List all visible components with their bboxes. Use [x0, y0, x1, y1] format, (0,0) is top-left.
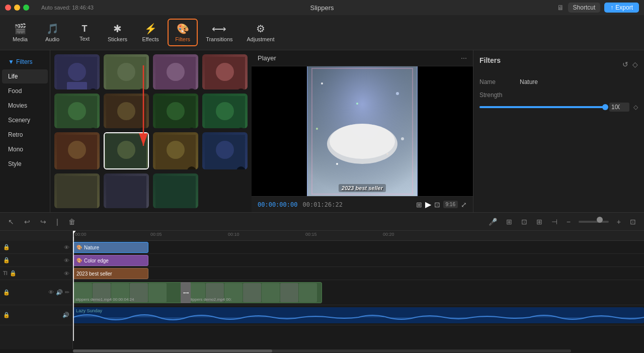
expand-icon[interactable]: ⤢ — [461, 201, 467, 209]
sidebar-filters-header[interactable]: ▼ Filters — [2, 55, 48, 69]
layout-icon[interactable]: ⊞ — [416, 201, 422, 209]
eye-icon-vid[interactable]: 👁 — [48, 289, 54, 296]
player-canvas: 2023 best seller — [252, 66, 473, 196]
toolbar-audio[interactable]: 🎵 Audio — [37, 20, 67, 45]
transition-marker[interactable]: ⟷ — [181, 282, 191, 303]
tl-zoom-in[interactable]: + — [614, 216, 624, 228]
maximize-button[interactable] — [23, 5, 29, 11]
svg-point-1 — [68, 63, 86, 81]
audio-clip[interactable]: Lazy Sunday — [73, 307, 644, 323]
filter-extra2[interactable] — [104, 173, 149, 209]
svg-point-34 — [401, 137, 404, 140]
reset-icon[interactable]: ↺ — [622, 60, 628, 68]
media-icon: 🎬 — [14, 23, 27, 35]
text-icon: T — [82, 24, 88, 34]
filter-grid: ↓ Shadow ↓ Milky Green ↓ Taro — [50, 50, 252, 212]
eye-icon-txt[interactable]: 👁 — [64, 271, 69, 277]
tl-fit[interactable]: ⊡ — [627, 216, 639, 228]
toolbar-filters[interactable]: 🎨 Filters — [168, 19, 198, 46]
shortcut-button[interactable]: Shortcut — [568, 3, 601, 13]
eye-icon-f2[interactable]: 👁 — [64, 257, 69, 263]
play-button[interactable]: ▶ — [425, 200, 431, 209]
filter-shadow[interactable]: ↓ Shadow — [54, 54, 100, 90]
close-button[interactable] — [5, 5, 11, 11]
delete-tool[interactable]: 🗑 — [65, 216, 78, 228]
toolbar-effects[interactable]: ⚡ Effects — [135, 20, 166, 45]
fullscreen-icon[interactable]: ⊡ — [434, 201, 440, 209]
filter-params-panel: Filters ↺ ◇ Name Nature Strength ◇ — [473, 50, 644, 212]
filter-autumn[interactable]: ↓ Autumn — [153, 132, 198, 169]
chevron-down-icon: ▼ — [8, 58, 14, 65]
select-tool[interactable]: ↖ — [5, 216, 17, 228]
filter-redtea[interactable]: ↓ Red Tea — [202, 54, 248, 90]
tl-tool3[interactable]: ⊞ — [533, 216, 545, 228]
sidebar-item-style[interactable]: Style — [2, 157, 48, 171]
adjustment-icon: ⚙ — [256, 23, 265, 35]
toolbar-transitions[interactable]: ⟷ Transitions — [200, 20, 238, 45]
filter-pine[interactable]: ↓ Pine — [202, 94, 248, 129]
minimize-button[interactable] — [14, 5, 20, 11]
filter-extra3[interactable] — [153, 173, 198, 209]
strength-input[interactable] — [609, 103, 629, 112]
current-time: 00:00:00:00 — [258, 201, 297, 208]
redo-tool[interactable]: ↪ — [37, 216, 49, 228]
strength-slider[interactable] — [479, 104, 605, 111]
filter-nature[interactable]: Nature — [104, 132, 149, 169]
autosaved-text: Auto saved: 18:46:43 — [41, 5, 94, 11]
timeline-main: 00:00 00:05 00:10 00:15 00:20 🎨 Nature — [73, 231, 644, 349]
audio-icon: 🎵 — [46, 23, 59, 35]
filter-cold[interactable]: ↓ Cold — [202, 132, 248, 169]
export-button[interactable]: ↑ Export — [604, 3, 639, 13]
sidebar-item-movies[interactable]: Movies — [2, 99, 48, 113]
filter-gingerbread[interactable]: Gingerbread — [54, 132, 100, 169]
clip-text[interactable]: 2023 best seller — [73, 268, 148, 279]
diamond-icon[interactable]: ◇ — [632, 60, 638, 68]
svg-point-4 — [117, 63, 135, 81]
audio-vid-icon[interactable]: 🔊 — [56, 289, 63, 296]
svg-point-22 — [167, 141, 185, 159]
sidebar-item-scenery[interactable]: Scenery — [2, 113, 48, 127]
traffic-lights — [5, 5, 29, 11]
sidebar-item-retro[interactable]: Retro — [2, 128, 48, 142]
toolbar-text[interactable]: T Text — [69, 21, 100, 45]
clip-color-edge[interactable]: 🎨 Color edge — [73, 255, 148, 266]
player-panel: Player ⋯ — [252, 50, 473, 212]
filter-strength-row: Strength ◇ — [479, 92, 638, 112]
tl-tool1[interactable]: ⊞ — [503, 216, 515, 228]
filter-extra1[interactable] — [54, 173, 100, 209]
strength-diamond-icon[interactable]: ◇ — [633, 104, 638, 111]
toolbar-stickers[interactable]: ✱ Stickers — [102, 20, 133, 45]
filter-mistletoe[interactable]: ↓ Mistletoe — [54, 94, 100, 129]
brush-icon[interactable]: ✏ — [65, 289, 69, 296]
filter-jinglebells[interactable]: ↓ Jingle bells — [104, 94, 149, 129]
filter-taro[interactable]: ↓ Taro — [153, 54, 198, 90]
svg-point-29 — [321, 82, 323, 84]
video-clip-2[interactable]: slippers demo2.mp4 00: — [186, 282, 322, 303]
track-label-audio: 🔒 🔊 — [0, 305, 72, 325]
player-header: Player ⋯ — [252, 50, 473, 66]
player-menu-icon[interactable]: ⋯ — [461, 55, 467, 62]
sidebar-item-food[interactable]: Food — [2, 84, 48, 98]
video-clip-1[interactable]: slippers demo1.mp4 00:00:04:24 — [73, 282, 183, 303]
sidebar-item-life[interactable]: Life — [2, 69, 48, 83]
tl-tool2[interactable]: ⊡ — [518, 216, 530, 228]
player-controls: 00:00:00:00 00:01:26:22 ⊞ ▶ ⊡ 9:16 ⤢ — [252, 196, 473, 212]
svg-point-12 — [117, 102, 135, 120]
svg-point-37 — [330, 124, 395, 159]
undo-tool[interactable]: ↩ — [21, 216, 33, 228]
timeline-scrollbar[interactable] — [0, 349, 644, 353]
timeline-left-panel: 🔒 👁 🔒 👁 TI 🔒 👁 — [0, 231, 73, 349]
toolbar-media[interactable]: 🎬 Media — [5, 20, 35, 45]
split-tool[interactable]: | — [53, 216, 61, 228]
eye-icon-f1[interactable]: 👁 — [64, 244, 69, 250]
toolbar-adjustment[interactable]: ⚙ Adjustment — [241, 20, 281, 45]
tl-align-left[interactable]: ⊣ — [548, 216, 560, 228]
tl-zoom-out[interactable]: − — [564, 216, 574, 228]
text-track-icon: TI — [3, 271, 8, 276]
sidebar-item-mono[interactable]: Mono — [2, 142, 48, 156]
mic-icon[interactable]: 🎤 — [486, 216, 500, 228]
eye-icon-aud[interactable]: 🔊 — [62, 312, 69, 318]
filter-conifer[interactable]: ↓ Conifer Cone — [153, 94, 198, 129]
filter-milky[interactable]: ↓ Milky Green — [104, 54, 149, 90]
clip-nature[interactable]: 🎨 Nature — [73, 242, 148, 253]
